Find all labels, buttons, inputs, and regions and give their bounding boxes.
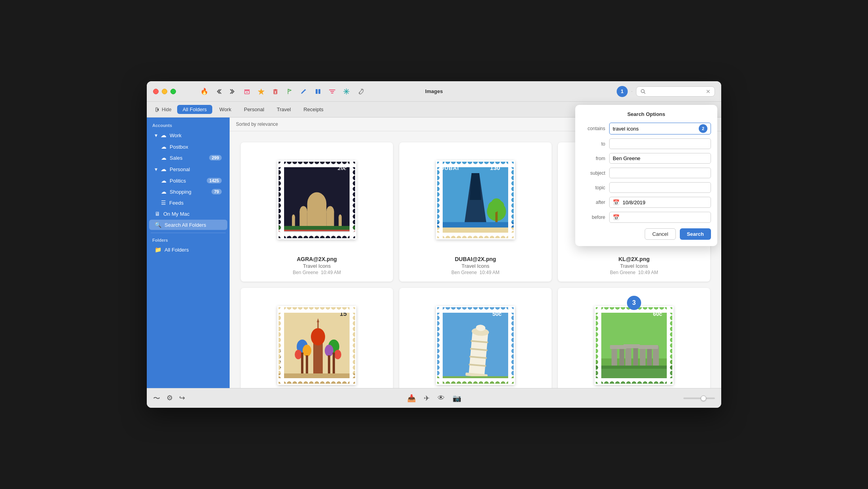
sidebar-item-work[interactable]: ▾ ☁ Work [149, 130, 227, 141]
titlebar: 🔥 [147, 81, 721, 102]
traffic-lights [153, 89, 176, 94]
export-button[interactable]: ↪ [179, 394, 185, 403]
svg-rect-83 [619, 349, 624, 366]
pencil-button[interactable] [297, 85, 310, 98]
dot-separator: · [631, 87, 633, 95]
folders-label: Folders [147, 235, 230, 244]
after-date-input[interactable] [623, 200, 707, 205]
minimize-button[interactable] [162, 89, 167, 94]
sidebar-item-postbox[interactable]: ☁ Postbox [149, 142, 227, 152]
sidebar-item-on-my-mac[interactable]: 🖥 On My Mac [149, 209, 227, 219]
svg-point-56 [303, 345, 311, 356]
from-row: from [582, 153, 711, 164]
image-card-dubai[interactable]: 130 DUBAI DUBAI@2X.png Travel Icons Ben … [399, 142, 552, 282]
image-card-pisa[interactable]: 50c PISA@2X.png Travel Icons Ben Greene … [399, 288, 552, 388]
personal-cloud-icon: ☁ [161, 166, 166, 173]
contains-label: contains [582, 126, 605, 131]
search-button[interactable]: Search [680, 228, 711, 240]
delete-button[interactable] [269, 85, 282, 98]
to-label: to [582, 141, 605, 147]
sidebar-item-personal[interactable]: ▾ ☁ Personal [149, 164, 227, 175]
computer-icon: 🖥 [155, 211, 160, 217]
svg-point-11 [307, 192, 327, 215]
settings-icon[interactable]: ⚙ [166, 394, 173, 403]
stamp-moscow: 15 MOSCOW [277, 306, 356, 385]
to-input[interactable] [609, 138, 711, 149]
close-button[interactable] [153, 89, 159, 94]
subject-row: subject [582, 168, 711, 178]
svg-point-6 [359, 92, 360, 93]
svg-rect-36 [437, 222, 514, 228]
flame-button[interactable]: 🔥 [198, 85, 211, 98]
snowflake-button[interactable] [340, 85, 353, 98]
image-card-moscow[interactable]: 15 MOSCOW MOSCOW@2X.png Travel Icons Ben… [241, 288, 393, 388]
tab-work[interactable]: Work [214, 105, 237, 114]
filter-button[interactable] [326, 85, 339, 98]
send-icon[interactable]: ✈ [424, 394, 430, 403]
stamp-pisa: 50c [436, 306, 515, 385]
image-card-agra[interactable]: 20c AGRA AGRA@2X.png Travel Icons Ben Gr… [241, 142, 393, 282]
preview-icon[interactable]: 👁 [438, 394, 445, 402]
before-label: before [582, 215, 605, 220]
tab-all-folders[interactable]: All Folders [177, 105, 212, 114]
search-icon [640, 89, 646, 94]
svg-point-14 [299, 206, 307, 217]
sidebar-item-search-all[interactable]: 🔍 Search All Folders [149, 220, 227, 230]
after-date-container[interactable]: 📅 [609, 197, 711, 208]
camera-icon[interactable]: 📷 [453, 394, 461, 403]
folder-icon: 📁 [155, 246, 161, 253]
contains-row: contains 2 [582, 123, 711, 134]
image-card-stonehenge[interactable]: 3 [558, 288, 710, 388]
sidebar-item-politics[interactable]: ☁ Politics 1425 [149, 175, 227, 186]
search-input[interactable]: travel icons [648, 88, 703, 94]
maximize-button[interactable] [170, 89, 176, 94]
card-meta-kl: Ben Greene 10:49 AM [610, 270, 658, 275]
tab-travel[interactable]: Travel [271, 105, 297, 114]
svg-point-19 [339, 215, 342, 220]
forward-button[interactable] [226, 85, 239, 98]
zoom-thumb[interactable] [701, 396, 706, 401]
import-icon[interactable]: 📥 [407, 394, 416, 403]
topic-input[interactable] [609, 182, 711, 193]
zoom-control[interactable] [683, 398, 715, 399]
search-container[interactable]: travel icons ✕ [636, 86, 715, 97]
from-input[interactable] [609, 153, 711, 164]
subject-input[interactable] [609, 168, 711, 178]
flag-button[interactable] [283, 85, 296, 98]
book-button[interactable] [312, 85, 324, 98]
activity-icon[interactable]: 〜 [153, 394, 160, 403]
contains-input[interactable] [613, 126, 696, 132]
sidebar-item-shopping[interactable]: ☁ Shopping 79 [149, 187, 227, 197]
star-button[interactable] [255, 85, 268, 98]
contains-field-container[interactable]: 2 [609, 123, 711, 134]
svg-rect-85 [633, 347, 638, 366]
archive-button[interactable] [241, 85, 253, 98]
svg-marker-2 [258, 89, 264, 95]
hide-button[interactable]: Hide [152, 105, 176, 114]
card-meta-agra: Ben Greene 10:49 AM [293, 270, 341, 275]
svg-rect-61 [333, 353, 335, 374]
feeds-icon: ☰ [161, 200, 166, 206]
sidebar-item-feeds[interactable]: ☰ Feeds [149, 198, 227, 208]
zoom-slider[interactable] [683, 398, 715, 399]
back-button[interactable] [212, 85, 225, 98]
cancel-button[interactable]: Cancel [645, 228, 675, 240]
badge-2: 2 [699, 124, 707, 133]
before-date-container[interactable]: 📅 [609, 212, 711, 223]
svg-point-59 [334, 350, 341, 359]
search-clear-icon[interactable]: ✕ [706, 88, 711, 95]
tab-personal[interactable]: Personal [238, 105, 269, 114]
svg-rect-62 [306, 355, 308, 374]
work-cloud-icon: ☁ [161, 132, 166, 139]
stamp-agra: 20c AGRA [277, 161, 356, 239]
card-subtitle-agra: Travel Icons [303, 263, 331, 269]
sidebar-item-all-folders[interactable]: 📁 All Folders [149, 244, 227, 255]
svg-rect-5 [318, 89, 320, 94]
svg-rect-64 [279, 373, 356, 385]
bottom-left-actions: 〜 ⚙ ↪ [153, 394, 185, 403]
tab-receipts[interactable]: Receipts [298, 105, 329, 114]
before-date-input[interactable] [623, 215, 707, 220]
calendar-icon-after: 📅 [613, 199, 619, 205]
brush-button[interactable] [354, 85, 367, 98]
sidebar-item-sales[interactable]: ☁ Sales 299 [149, 153, 227, 163]
